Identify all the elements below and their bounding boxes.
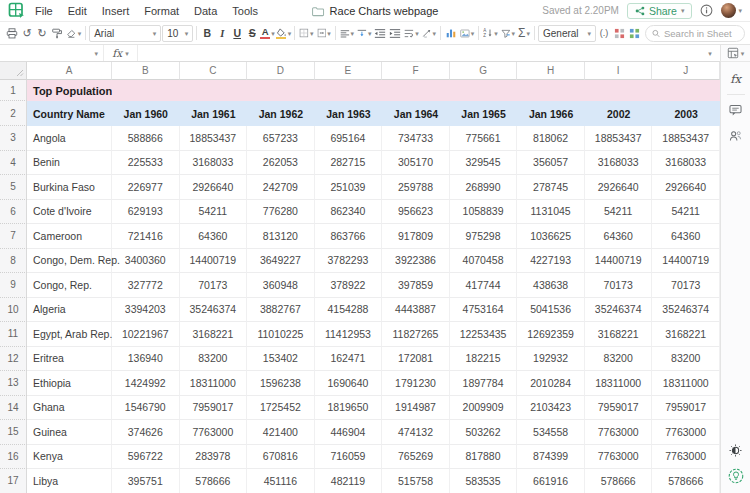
cell-F10[interactable]: 4443887 [382, 298, 450, 323]
cell-E2[interactable]: Jan 1963 [315, 101, 383, 126]
font-size-select[interactable]: 10▾ [162, 25, 193, 42]
cell-B16[interactable]: 596722 [112, 445, 180, 470]
column-header-G[interactable]: G [450, 62, 518, 80]
cell-C15[interactable]: 7763000 [180, 420, 248, 445]
formula-bar-collapse-button[interactable]: ▾ [700, 50, 720, 57]
cell-B17[interactable]: 395751 [112, 469, 180, 493]
cell-B7[interactable]: 721416 [112, 224, 180, 249]
cell-A12[interactable]: Eritrea [27, 347, 112, 372]
menu-data[interactable]: Data [194, 5, 217, 17]
cell-I5[interactable]: 2926640 [585, 175, 653, 200]
cell-C4[interactable]: 3168033 [180, 151, 248, 176]
cell-A9[interactable]: Congo, Rep. [27, 273, 112, 298]
cell-D17[interactable]: 451116 [247, 469, 315, 493]
cell-D4[interactable]: 262053 [247, 151, 315, 176]
row-header-2[interactable]: 2 [0, 101, 27, 126]
cell-J11[interactable]: 3168221 [652, 322, 720, 347]
row-header-1[interactable]: 1 [0, 80, 27, 101]
menu-format[interactable]: Format [144, 5, 179, 17]
cell-E15[interactable]: 446904 [315, 420, 383, 445]
insert-image-button[interactable]: ▾ [459, 24, 475, 42]
decrease-decimal-button[interactable] [627, 24, 641, 42]
custom-format-button[interactable]: (.) [597, 24, 611, 42]
row-header-12[interactable]: 12 [0, 347, 27, 372]
cell-I3[interactable]: 18853437 [585, 126, 653, 151]
cell-G7[interactable]: 975298 [450, 224, 518, 249]
cell-G10[interactable]: 4753164 [450, 298, 518, 323]
row-header-14[interactable]: 14 [0, 396, 27, 421]
text-rotate-button[interactable]: ▾ [421, 24, 437, 42]
cell-D6[interactable]: 776280 [247, 200, 315, 225]
cell-H15[interactable]: 534558 [517, 420, 585, 445]
cell-D7[interactable]: 813120 [247, 224, 315, 249]
cell-E11[interactable]: 11412953 [315, 322, 383, 347]
italic-button[interactable]: I [215, 24, 229, 42]
cell-J1[interactable] [652, 80, 720, 101]
cell-H7[interactable]: 1036625 [517, 224, 585, 249]
column-header-I[interactable]: I [585, 62, 653, 80]
cell-D3[interactable]: 657233 [247, 126, 315, 151]
horizontal-align-button[interactable]: ▾ [339, 24, 355, 42]
sort-button[interactable]: AZ ▾ [482, 24, 498, 42]
cell-A10[interactable]: Algeria [27, 298, 112, 323]
cell-A6[interactable]: Cote d'Ivoire [27, 200, 112, 225]
row-header-8[interactable]: 8 [0, 249, 27, 274]
cell-J13[interactable]: 18311000 [652, 371, 720, 396]
cell-A4[interactable]: Benin [27, 151, 112, 176]
row-header-15[interactable]: 15 [0, 420, 27, 445]
cell-F4[interactable]: 305170 [382, 151, 450, 176]
cell-H10[interactable]: 5041536 [517, 298, 585, 323]
cell-style-panel-button[interactable]: ▾ [721, 45, 750, 62]
cell-J5[interactable]: 2926640 [652, 175, 720, 200]
cell-B12[interactable]: 136940 [112, 347, 180, 372]
cell-A8[interactable]: Congo, Dem. Rep. [27, 249, 112, 274]
cell-C16[interactable]: 283978 [180, 445, 248, 470]
name-box[interactable]: ▾ [0, 45, 104, 61]
cell-H6[interactable]: 1131045 [517, 200, 585, 225]
cell-H8[interactable]: 4227193 [517, 249, 585, 274]
cell-A13[interactable]: Ethiopia [27, 371, 112, 396]
column-header-J[interactable]: J [652, 62, 720, 80]
row-header-11[interactable]: 11 [0, 322, 27, 347]
cell-E1[interactable] [315, 80, 383, 101]
cell-G13[interactable]: 1897784 [450, 371, 518, 396]
cell-A14[interactable]: Ghana [27, 396, 112, 421]
row-header-7[interactable]: 7 [0, 224, 27, 249]
cell-I15[interactable]: 7763000 [585, 420, 653, 445]
cell-A5[interactable]: Burkina Faso [27, 175, 112, 200]
cell-I8[interactable]: 14400719 [585, 249, 653, 274]
cell-J8[interactable]: 14400719 [652, 249, 720, 274]
eraser-button[interactable]: ▾ [65, 24, 82, 42]
cell-I11[interactable]: 3168221 [585, 322, 653, 347]
underline-button[interactable]: U [230, 24, 244, 42]
cell-F3[interactable]: 734733 [382, 126, 450, 151]
cell-I13[interactable]: 18311000 [585, 371, 653, 396]
menu-tools[interactable]: Tools [232, 5, 258, 17]
cell-G4[interactable]: 329545 [450, 151, 518, 176]
cell-C13[interactable]: 18311000 [180, 371, 248, 396]
cell-C6[interactable]: 54211 [180, 200, 248, 225]
cell-A2[interactable]: Country Name [27, 101, 112, 126]
cell-D10[interactable]: 3882767 [247, 298, 315, 323]
number-format-select[interactable]: General▾ [538, 25, 596, 42]
cell-F12[interactable]: 172081 [382, 347, 450, 372]
cell-H1[interactable] [517, 80, 585, 101]
cell-C12[interactable]: 83200 [180, 347, 248, 372]
cell-E3[interactable]: 695164 [315, 126, 383, 151]
cell-F9[interactable]: 397859 [382, 273, 450, 298]
cell-D9[interactable]: 360948 [247, 273, 315, 298]
cell-G6[interactable]: 1058839 [450, 200, 518, 225]
cell-G3[interactable]: 775661 [450, 126, 518, 151]
cell-A11[interactable]: Egypt, Arab Rep. [27, 322, 112, 347]
column-header-B[interactable]: B [112, 62, 180, 80]
column-header-F[interactable]: F [382, 62, 450, 80]
cell-F1[interactable] [382, 80, 450, 101]
sheet-search[interactable] [645, 25, 745, 42]
cell-H2[interactable]: Jan 1966 [517, 101, 585, 126]
cell-G5[interactable]: 268990 [450, 175, 518, 200]
font-color-button[interactable]: A ▾ [260, 24, 275, 42]
cell-J2[interactable]: 2003 [652, 101, 720, 126]
cell-E14[interactable]: 1819650 [315, 396, 383, 421]
cell-C17[interactable]: 578666 [180, 469, 248, 493]
cell-J7[interactable]: 64360 [652, 224, 720, 249]
